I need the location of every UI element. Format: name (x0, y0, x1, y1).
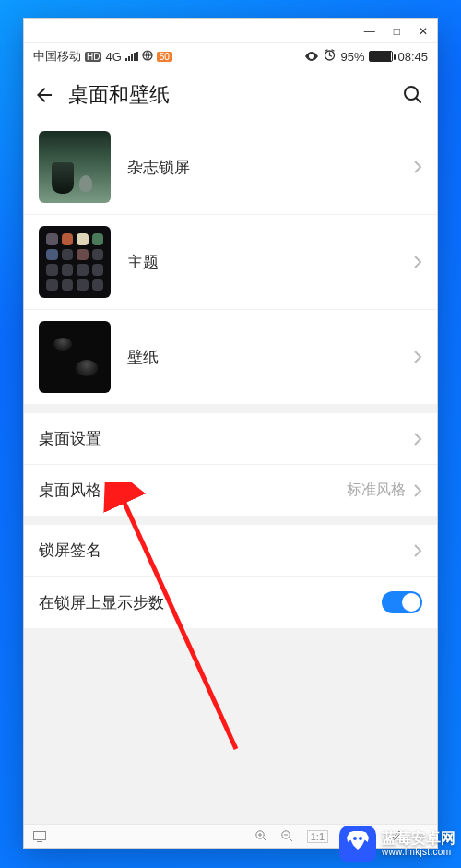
eye-icon (304, 50, 319, 64)
signal-icon (125, 50, 138, 64)
battery-percent: 95% (340, 50, 364, 64)
network-label: 4G (105, 50, 121, 64)
magazine-lockscreen-row[interactable]: 杂志锁屏 (24, 120, 437, 214)
chevron-right-icon (413, 350, 422, 364)
window-minimize-button[interactable]: — (364, 26, 375, 37)
svg-rect-4 (34, 831, 46, 839)
chevron-right-icon (413, 432, 422, 446)
carrier-label: 中国移动 (33, 48, 81, 65)
hd-badge: HD (85, 52, 101, 62)
alarm-icon (324, 49, 336, 64)
battery-icon (369, 51, 393, 62)
home-settings-group: 桌面设置 桌面风格 标准风格 (24, 413, 437, 516)
row-label: 锁屏签名 (39, 540, 101, 561)
zoom-out-icon[interactable] (281, 830, 294, 843)
wallpaper-row[interactable]: 壁纸 (24, 309, 437, 404)
watermark-name: 蓝莓安卓网 (382, 830, 455, 847)
home-settings-row[interactable]: 桌面设置 (24, 413, 437, 464)
appearance-group: 杂志锁屏 主题 壁纸 (24, 120, 437, 404)
window-titlebar: — □ ✕ (24, 19, 437, 43)
back-button[interactable] (33, 84, 55, 106)
watermark: 蓝莓安卓网 www.lmkjst.com (339, 826, 455, 862)
show-steps-row: 在锁屏上显示步数 (24, 576, 437, 628)
row-label: 桌面风格 (39, 480, 101, 501)
status-bar: 中国移动 HD 4G 50 95% 08: (24, 43, 437, 69)
row-label: 桌面设置 (39, 428, 101, 449)
wallpaper-thumb (39, 321, 111, 393)
page-title: 桌面和壁纸 (68, 81, 170, 109)
orange-badge: 50 (157, 52, 172, 62)
watermark-logo (339, 826, 376, 862)
theme-thumb (39, 226, 111, 298)
page-header: 桌面和壁纸 (24, 69, 437, 120)
emulator-window: — □ ✕ 中国移动 HD 4G 50 (23, 18, 438, 849)
row-label: 主题 (127, 252, 159, 273)
ratio-label[interactable]: 1:1 (307, 830, 328, 843)
lockscreen-group: 锁屏签名 在锁屏上显示步数 (24, 525, 437, 628)
row-value: 标准风格 (347, 481, 406, 500)
show-steps-toggle[interactable] (382, 591, 422, 613)
globe-icon (142, 50, 153, 64)
window-close-button[interactable]: ✕ (419, 26, 428, 37)
chevron-right-icon (413, 483, 422, 498)
screen-icon[interactable] (33, 830, 46, 843)
theme-row[interactable]: 主题 (24, 214, 437, 309)
row-label: 在锁屏上显示步数 (39, 592, 164, 613)
row-label: 壁纸 (127, 347, 159, 368)
clock-label: 08:45 (397, 50, 428, 64)
watermark-url: www.lmkjst.com (382, 847, 455, 858)
zoom-in-icon[interactable] (255, 830, 268, 843)
window-maximize-button[interactable]: □ (394, 26, 400, 37)
chevron-right-icon (413, 160, 422, 174)
search-button[interactable] (402, 84, 424, 106)
chevron-right-icon (413, 543, 422, 558)
magazine-thumb (39, 131, 111, 203)
chevron-right-icon (413, 255, 422, 269)
lock-signature-row[interactable]: 锁屏签名 (24, 525, 437, 576)
row-label: 杂志锁屏 (127, 157, 190, 178)
home-style-row[interactable]: 桌面风格 标准风格 (24, 464, 437, 516)
phone-screen: 中国移动 HD 4G 50 95% 08: (24, 43, 437, 824)
